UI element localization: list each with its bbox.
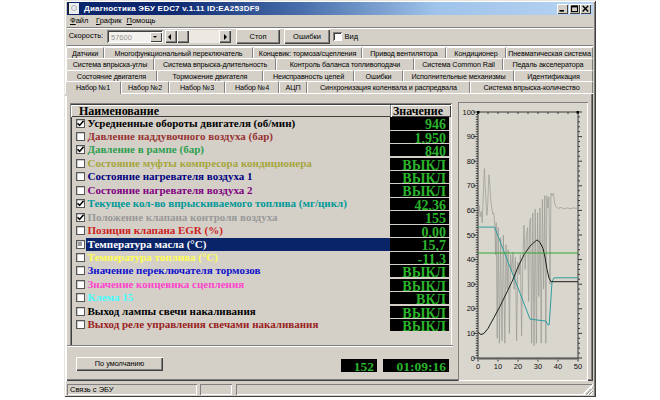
svg-text:60: 60 [467, 206, 475, 215]
svg-text:100: 100 [462, 108, 475, 117]
svg-text:30: 30 [467, 280, 475, 289]
svg-text:20: 20 [514, 362, 522, 371]
svg-text:80: 80 [467, 157, 475, 166]
svg-text:30: 30 [534, 362, 542, 371]
svg-text:10: 10 [467, 329, 475, 338]
svg-text:50: 50 [467, 231, 475, 240]
svg-text:70: 70 [467, 181, 475, 190]
svg-text:90: 90 [467, 132, 475, 141]
svg-text:0: 0 [476, 362, 480, 371]
svg-text:10: 10 [494, 362, 502, 371]
svg-text:50: 50 [574, 362, 582, 371]
svg-text:40: 40 [467, 255, 475, 264]
svg-text:0: 0 [471, 354, 475, 363]
svg-text:20: 20 [467, 304, 475, 313]
svg-text:40: 40 [554, 362, 562, 371]
